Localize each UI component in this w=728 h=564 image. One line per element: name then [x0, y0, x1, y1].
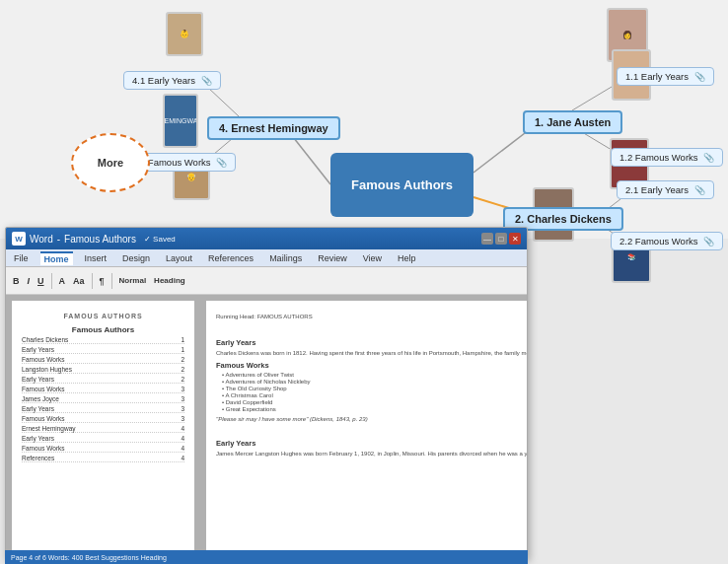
section2-heading: Famous Works: [216, 361, 527, 370]
toc-list: Charles Dickens1Early Years1Famous Works…: [22, 336, 184, 462]
ribbon: File Home Insert Design Layout Reference…: [6, 249, 527, 267]
tab-file[interactable]: File: [10, 252, 33, 264]
running-head: Running Head: FAMOUS AUTHORS: [216, 313, 313, 320]
toc-heading: Famous Authors: [22, 325, 184, 334]
section3-subheading: Early Years: [216, 439, 527, 448]
toolbar-divider-1: [51, 273, 52, 289]
title-bar: W Word - Famous Authors ✓ Saved — □ ✕: [6, 228, 527, 249]
attachment-icon-4: 📎: [703, 153, 714, 163]
page-toc: FAMOUS AUTHORS Famous Authors Charles Di…: [12, 301, 194, 553]
author-heading: Charles Dickens: [216, 326, 527, 335]
work-item: • Adventures of Nicholas Nickleby: [222, 379, 527, 385]
minimize-button[interactable]: —: [481, 233, 493, 245]
svg-line-1: [207, 87, 239, 116]
bold-button[interactable]: B: [10, 275, 23, 287]
attachment-icon-3: 📎: [694, 72, 705, 82]
title-saved: ✓ Saved: [144, 235, 176, 244]
title-file: Famous Authors: [64, 234, 136, 245]
node-dickens-works[interactable]: 2.2 Famous Works 📎: [611, 232, 723, 250]
tab-design[interactable]: Design: [118, 252, 154, 264]
tab-review[interactable]: Review: [314, 252, 351, 264]
node-ernest-early[interactable]: 4.1 Early Years 📎: [123, 71, 221, 90]
work-item: • David Copperfield: [222, 399, 527, 405]
work-item: • Adventures of Oliver Twist: [222, 372, 527, 378]
word-icon: W: [12, 232, 26, 246]
word-window: W Word - Famous Authors ✓ Saved — □ ✕ Fi…: [5, 227, 528, 560]
toc-row: James Joyce3: [22, 395, 184, 403]
toc-row: Charles Dickens1: [22, 336, 184, 344]
toc-row: Famous Works4: [22, 445, 184, 453]
toolbar-divider-3: [111, 273, 112, 289]
title-bar-buttons: — □ ✕: [481, 233, 521, 245]
photo-hemingway-book: HEMINGWAY: [163, 94, 198, 148]
style-normal[interactable]: Normal: [116, 275, 150, 286]
node-jane-early[interactable]: 1.1 Early Years 📎: [617, 67, 714, 86]
toolbar-divider-2: [92, 273, 93, 289]
node-dickens-early[interactable]: 2.1 Early Years 📎: [617, 180, 714, 199]
italic-button[interactable]: I: [25, 275, 34, 287]
section1-text: Charles Dickens was born in 1812. Having…: [216, 349, 527, 357]
attachment-icon-6: 📎: [703, 237, 714, 247]
mindmap-area: 👶 HEMINGWAY 👴 👩 🎀 📖 🧔 📚 4. Ernest Heming…: [0, 0, 728, 239]
tab-references[interactable]: References: [204, 252, 257, 264]
underline-button[interactable]: U: [35, 275, 47, 287]
paragraph-button[interactable]: ¶: [97, 275, 108, 287]
tab-insert[interactable]: Insert: [81, 252, 111, 264]
tab-layout[interactable]: Layout: [162, 252, 196, 264]
font-size-button[interactable]: Aa: [70, 275, 88, 287]
document-area: FAMOUS AUTHORS Famous Authors Charles Di…: [6, 295, 527, 559]
toc-row: Famous Works3: [22, 415, 184, 423]
tab-home[interactable]: Home: [40, 251, 73, 265]
tab-view[interactable]: View: [359, 252, 386, 264]
more-node[interactable]: More: [71, 133, 150, 192]
maximize-button[interactable]: □: [495, 233, 507, 245]
toc-row: Famous Works2: [22, 356, 184, 364]
title-separator: -: [57, 234, 60, 245]
work-item: • Great Expectations: [222, 406, 527, 412]
tab-help[interactable]: Help: [394, 252, 420, 264]
section3-heading: Langston Hughes: [216, 427, 527, 436]
font-color-button[interactable]: A: [56, 275, 69, 287]
toc-row: Ernest Hemingway4: [22, 425, 184, 433]
work-item: • A Christmas Carol: [222, 392, 527, 398]
work-item: • The Old Curiosity Shop: [222, 386, 527, 391]
photo-hemingway-young: 👶: [166, 12, 203, 56]
works-list: • Adventures of Oliver Twist• Adventures…: [216, 372, 527, 412]
node-ernest-hemingway[interactable]: 4. Ernest Hemingway: [207, 116, 340, 140]
toc-row: Early Years2: [22, 376, 184, 384]
toc-row: Early Years1: [22, 346, 184, 354]
title-bar-left: W Word - Famous Authors ✓ Saved: [12, 232, 176, 246]
status-bar: Page 4 of 6 Words: 400 Best Suggestions …: [5, 550, 528, 564]
attachment-icon-2: 📎: [216, 158, 227, 168]
toc-row: References4: [22, 455, 184, 462]
section3-text: James Mercer Langston Hughes was born Fe…: [216, 450, 527, 458]
status-text: Page 4 of 6 Words: 400 Best Suggestions …: [11, 554, 167, 561]
attachment-icon: 📎: [201, 76, 212, 86]
close-button[interactable]: ✕: [509, 233, 521, 245]
toc-title: FAMOUS AUTHORS: [22, 313, 184, 319]
central-famous-authors: Famous Authors: [330, 153, 473, 217]
node-jane-works[interactable]: 1.2 Famous Works 📎: [611, 148, 723, 167]
toc-row: Early Years3: [22, 405, 184, 413]
node-jane-austen[interactable]: 1. Jane Austen: [523, 110, 622, 134]
toc-row: Famous Works3: [22, 386, 184, 393]
page-content: Running Head: FAMOUS AUTHORS 1 Charles D…: [206, 301, 527, 553]
toc-row: Langston Hughes2: [22, 366, 184, 374]
tab-mailings[interactable]: Mailings: [265, 252, 306, 264]
title-app: Word: [30, 234, 53, 245]
toc-row: Early Years4: [22, 435, 184, 443]
quote: "Please sir may I have some more" (Dicke…: [216, 415, 527, 423]
toolbar: B I U A Aa ¶ Normal Heading: [6, 267, 527, 295]
style-heading[interactable]: Heading: [151, 275, 188, 286]
attachment-icon-5: 📎: [694, 185, 705, 195]
section1-heading: Early Years: [216, 338, 527, 347]
